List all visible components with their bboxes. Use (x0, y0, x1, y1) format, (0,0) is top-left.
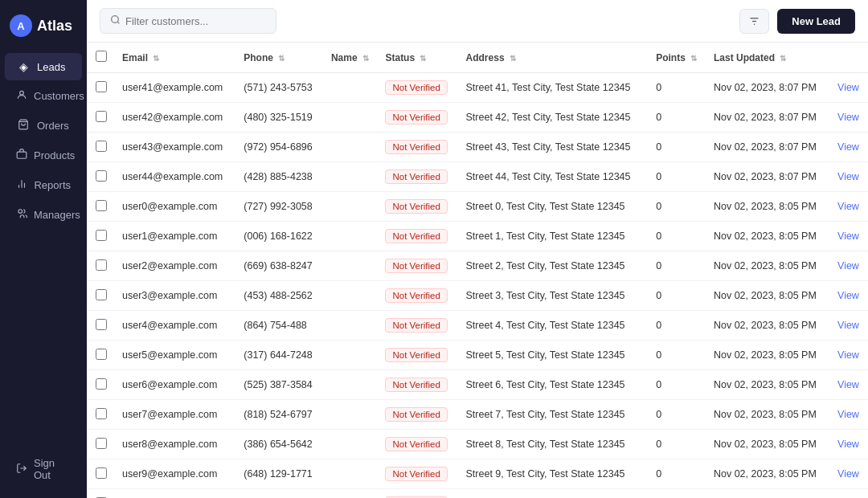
row-checkbox[interactable] (96, 408, 107, 419)
cell-last-updated: Nov 02, 2023, 8:05 PM (707, 489, 831, 499)
sidebar-item-leads[interactable]: ◈ Leads (5, 53, 82, 80)
filter-button[interactable] (739, 9, 769, 34)
sign-out-button[interactable]: Sign Out (5, 450, 82, 488)
sidebar-item-products[interactable]: Products (5, 141, 82, 169)
row-checkbox[interactable] (96, 230, 107, 241)
row-checkbox-cell (87, 281, 116, 311)
col-last-updated[interactable]: Last Updated ⇅ (707, 43, 831, 73)
cell-last-updated: Nov 02, 2023, 8:05 PM (707, 370, 831, 400)
cell-email: user3@example.com (116, 281, 237, 311)
view-link[interactable]: View (837, 439, 859, 450)
reports-icon (16, 178, 27, 192)
cell-action: View (831, 251, 868, 281)
cell-email: user8@example.com (116, 430, 237, 459)
sidebar-item-customers[interactable]: Customers (5, 82, 82, 110)
view-link[interactable]: View (837, 231, 859, 242)
table-row: user5@example.com (317) 644-7248 Not Ver… (87, 341, 868, 370)
table-header-row: Email ⇅ Phone ⇅ Name ⇅ Status ⇅ Address … (87, 43, 868, 73)
table-row: user8@example.com (386) 654-5642 Not Ver… (87, 430, 868, 459)
cell-address: Street 2, Test City, Test State 12345 (460, 251, 650, 281)
sidebar-item-reports[interactable]: Reports (5, 171, 82, 199)
row-checkbox[interactable] (96, 170, 107, 182)
row-checkbox[interactable] (96, 111, 107, 122)
row-checkbox[interactable] (96, 200, 107, 211)
cell-status: Not Verified (379, 73, 459, 103)
cell-points: 0 (649, 103, 707, 133)
cell-email: user41@example.com (116, 73, 237, 103)
col-name[interactable]: Name ⇅ (325, 43, 379, 73)
cell-address: Street 3, Test City, Test State 12345 (460, 281, 650, 311)
table-row: user6@example.com (525) 387-3584 Not Ver… (87, 370, 868, 400)
view-link[interactable]: View (837, 320, 859, 331)
row-checkbox-cell (87, 430, 116, 459)
row-checkbox[interactable] (96, 438, 107, 449)
select-all-checkbox[interactable] (96, 51, 107, 62)
view-link[interactable]: View (837, 379, 859, 390)
search-box[interactable] (100, 8, 276, 34)
cell-action: View (831, 341, 868, 370)
cell-status: Not Verified (379, 430, 459, 459)
table-row: user41@example.com (571) 243-5753 Not Ve… (87, 73, 868, 103)
row-checkbox[interactable] (96, 349, 107, 360)
row-checkbox[interactable] (96, 319, 107, 330)
row-checkbox[interactable] (96, 141, 107, 152)
view-link[interactable]: View (837, 468, 859, 480)
sidebar-item-label: Orders (37, 120, 69, 132)
row-checkbox-cell (87, 341, 116, 370)
row-checkbox[interactable] (96, 378, 107, 390)
cell-points: 0 (649, 459, 707, 489)
cell-action: View (831, 192, 868, 222)
table-row: user9@example.com (648) 129-1771 Not Ver… (87, 459, 868, 489)
row-checkbox[interactable] (96, 81, 107, 92)
col-email[interactable]: Email ⇅ (116, 43, 237, 73)
cell-name (325, 459, 379, 489)
cell-phone: (818) 524-6797 (237, 400, 325, 430)
logo: A Atlas (0, 0, 87, 50)
sidebar-item-managers[interactable]: Managers (5, 201, 82, 229)
cell-name (325, 192, 379, 222)
table-body: user41@example.com (571) 243-5753 Not Ve… (87, 73, 868, 499)
row-checkbox-cell (87, 133, 116, 162)
svg-line-5 (117, 22, 119, 23)
cell-points: 0 (649, 222, 707, 251)
cell-phone: (006) 168-1622 (237, 222, 325, 251)
cell-phone: (525) 387-3584 (237, 370, 325, 400)
view-link[interactable]: View (837, 409, 859, 420)
view-link[interactable]: View (837, 82, 859, 93)
row-checkbox[interactable] (96, 259, 107, 271)
logo-text: Atlas (37, 18, 72, 35)
row-checkbox[interactable] (96, 467, 107, 479)
view-link[interactable]: View (837, 290, 859, 301)
col-status[interactable]: Status ⇅ (379, 43, 459, 73)
cell-email: user5@example.com (116, 341, 237, 370)
view-link[interactable]: View (837, 260, 859, 271)
col-points[interactable]: Points ⇅ (649, 43, 707, 73)
cell-last-updated: Nov 02, 2023, 8:05 PM (707, 400, 831, 430)
view-link[interactable]: View (837, 141, 859, 153)
cell-name (325, 222, 379, 251)
search-input[interactable] (125, 15, 266, 27)
new-lead-button[interactable]: New Lead (777, 9, 855, 34)
row-checkbox-cell (87, 162, 116, 192)
table-row: user43@example.com (972) 954-6896 Not Ve… (87, 133, 868, 162)
cell-action: View (831, 133, 868, 162)
col-phone[interactable]: Phone ⇅ (237, 43, 325, 73)
sidebar-item-orders[interactable]: Orders (5, 112, 82, 140)
col-address[interactable]: Address ⇅ (460, 43, 650, 73)
cell-address: Street 44, Test City, Test State 12345 (460, 162, 650, 192)
status-badge: Not Verified (385, 199, 447, 214)
row-checkbox[interactable] (96, 289, 107, 300)
cell-action: View (831, 73, 868, 103)
cell-action: View (831, 430, 868, 459)
cell-status: Not Verified (379, 162, 459, 192)
view-link[interactable]: View (837, 201, 859, 212)
cell-status: Not Verified (379, 281, 459, 311)
view-link[interactable]: View (837, 112, 859, 123)
view-link[interactable]: View (837, 171, 859, 182)
view-link[interactable]: View (837, 349, 859, 361)
row-checkbox-cell (87, 192, 116, 222)
row-checkbox-cell (87, 370, 116, 400)
cell-points: 0 (649, 192, 707, 222)
status-badge: Not Verified (385, 169, 447, 184)
sign-out-icon (16, 463, 27, 476)
